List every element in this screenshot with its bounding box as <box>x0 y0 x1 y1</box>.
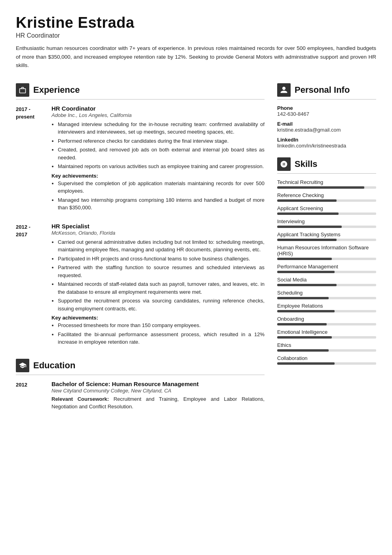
achievement-1-2: Managed two internship programs comprisi… <box>58 196 265 212</box>
skill-name-9: Employee Relations <box>277 303 376 309</box>
edu-school-1: New Cityland Community College, New City… <box>51 388 265 394</box>
skill-item-11: Emotional Intelligence <box>277 329 376 339</box>
skill-item-1: Reference Checking <box>277 192 376 202</box>
education-entry-1: 2012 Bachelor of Science: Human Resource… <box>16 381 265 411</box>
skill-item-3: Interviewing <box>277 218 376 228</box>
skill-name-2: Applicant Screening <box>277 205 376 211</box>
skill-bar-fill-12 <box>277 349 329 352</box>
skill-bar-bg-4 <box>277 239 376 241</box>
skill-name-8: Scheduling <box>277 290 376 296</box>
entry-date-2: 2012 - 2017 <box>16 223 51 348</box>
skill-bar-fill-6 <box>277 271 335 273</box>
skill-bar-bg-0 <box>277 186 376 189</box>
education-section: Education 2012 Bachelor of Science: Huma… <box>16 359 265 411</box>
achievement-1-1: Supervised the completion of job applica… <box>58 180 265 195</box>
edu-content-1: Bachelor of Science: Human Resource Mana… <box>51 381 265 411</box>
skill-bar-bg-7 <box>277 284 376 286</box>
skill-name-5: Human Resources Information Software (HR… <box>277 245 376 256</box>
resume-page: Kristine Estrada HR Coordinator Enthusia… <box>0 0 392 555</box>
skill-bar-fill-5 <box>277 258 332 260</box>
skill-item-7: Social Media <box>277 277 376 286</box>
achievement-2-2: Facilitated the bi-annual performance as… <box>58 331 265 346</box>
skill-bar-fill-10 <box>277 323 327 325</box>
skill-item-8: Scheduling <box>277 290 376 299</box>
skill-bar-bg-2 <box>277 212 376 215</box>
bullet-2-2: Participated in HR projects and cross-fu… <box>58 255 265 263</box>
skills-heading: Skills <box>277 157 376 174</box>
skill-bar-bg-3 <box>277 226 376 228</box>
skill-item-6: Performance Management <box>277 264 376 273</box>
linkedin-value: linkedin.com/in/kristineestrada <box>277 143 376 149</box>
personal-info-heading: Personal Info <box>277 83 376 100</box>
left-column: Experience 2017 - present HR Coordinator… <box>16 83 265 420</box>
skills-icon <box>280 160 288 168</box>
linkedin-item: LinkedIn linkedin.com/in/kristineestrada <box>277 137 376 149</box>
skill-item-13: Collaboration <box>277 355 376 365</box>
bullet-2-1: Carried out general administrative dutie… <box>58 238 265 254</box>
email-value: kristine.estrada@gmail.com <box>277 127 376 133</box>
right-column: Personal Info Phone 142-630-8467 E-mail … <box>277 83 376 420</box>
skill-bar-fill-13 <box>277 362 335 365</box>
person-icon <box>280 86 288 94</box>
bullet-2-3: Partnered with the staffing function to … <box>58 264 265 279</box>
phone-value: 142-630-8467 <box>277 111 376 117</box>
briefcase-icon <box>19 86 27 94</box>
skill-item-0: Technical Recruiting <box>277 179 376 189</box>
skill-bar-bg-5 <box>277 258 376 260</box>
skill-item-12: Ethics <box>277 342 376 352</box>
experience-entry-2: 2012 - 2017 HR Specialist McKesson, Orla… <box>16 223 265 348</box>
graduation-icon <box>19 362 27 369</box>
bullet-2-5: Supported the recruitment process via so… <box>58 297 265 312</box>
main-layout: Experience 2017 - present HR Coordinator… <box>16 83 376 420</box>
entry-achievements-2: Processed timesheets for more than 150 c… <box>51 322 265 346</box>
skill-item-2: Applicant Screening <box>277 205 376 215</box>
experience-heading: Experience <box>16 83 265 100</box>
skill-bar-bg-1 <box>277 199 376 202</box>
email-item: E-mail kristine.estrada@gmail.com <box>277 121 376 133</box>
phone-item: Phone 142-630-8467 <box>277 105 376 117</box>
entry-content-2: HR Specialist McKesson, Orlando, Florida… <box>51 223 265 348</box>
education-heading: Education <box>16 359 265 375</box>
skill-bar-fill-1 <box>277 199 337 202</box>
edu-date-1: 2012 <box>16 381 51 411</box>
phone-label: Phone <box>277 105 376 111</box>
skill-bar-bg-6 <box>277 271 376 273</box>
edu-degree-1: Bachelor of Science: Human Resource Mana… <box>51 381 265 387</box>
skill-name-0: Technical Recruiting <box>277 179 376 185</box>
entry-content-1: HR Coordinator Adobe Inc., Los Angeles, … <box>51 105 265 213</box>
skill-bar-fill-3 <box>277 226 342 228</box>
skill-item-9: Employee Relations <box>277 303 376 312</box>
entry-bullets-1: Managed interview scheduling for the in-… <box>51 121 265 170</box>
skill-bar-bg-11 <box>277 336 376 339</box>
skill-name-6: Performance Management <box>277 264 376 270</box>
skill-name-12: Ethics <box>277 342 376 348</box>
skill-bar-fill-11 <box>277 336 332 339</box>
bullet-1-2: Performed reference checks for candidate… <box>58 137 265 145</box>
entry-achievements-1: Supervised the completion of job applica… <box>51 180 265 212</box>
experience-icon-box <box>16 83 29 97</box>
skill-bar-fill-0 <box>277 186 364 189</box>
skill-bar-bg-13 <box>277 362 376 365</box>
bullet-1-3: Created, posted, and removed job ads on … <box>58 146 265 161</box>
education-icon-box <box>16 359 29 372</box>
education-title: Education <box>33 360 75 371</box>
skill-name-13: Collaboration <box>277 355 376 361</box>
entry-date-1: 2017 - present <box>16 105 51 213</box>
skill-name-3: Interviewing <box>277 218 376 224</box>
skill-item-5: Human Resources Information Software (HR… <box>277 245 376 260</box>
skill-name-4: Applicant Tracking Systems <box>277 232 376 237</box>
personal-info-icon-box <box>277 83 291 97</box>
skill-bar-fill-4 <box>277 239 337 241</box>
skills-list: Technical RecruitingReference CheckingAp… <box>277 179 376 365</box>
coursework-label-1: Relevant Coursework: <box>51 396 109 402</box>
key-achievements-label-1: Key achievements: <box>51 173 265 179</box>
entry-title-1: HR Coordinator <box>51 105 265 112</box>
skill-name-7: Social Media <box>277 277 376 283</box>
skill-name-11: Emotional Intelligence <box>277 329 376 335</box>
linkedin-label: LinkedIn <box>277 137 376 143</box>
skill-bar-bg-9 <box>277 310 376 312</box>
candidate-name: Kristine Estrada <box>16 14 376 31</box>
skill-bar-fill-8 <box>277 297 329 299</box>
job-title: HR Coordinator <box>16 32 376 39</box>
skill-item-4: Applicant Tracking Systems <box>277 232 376 241</box>
